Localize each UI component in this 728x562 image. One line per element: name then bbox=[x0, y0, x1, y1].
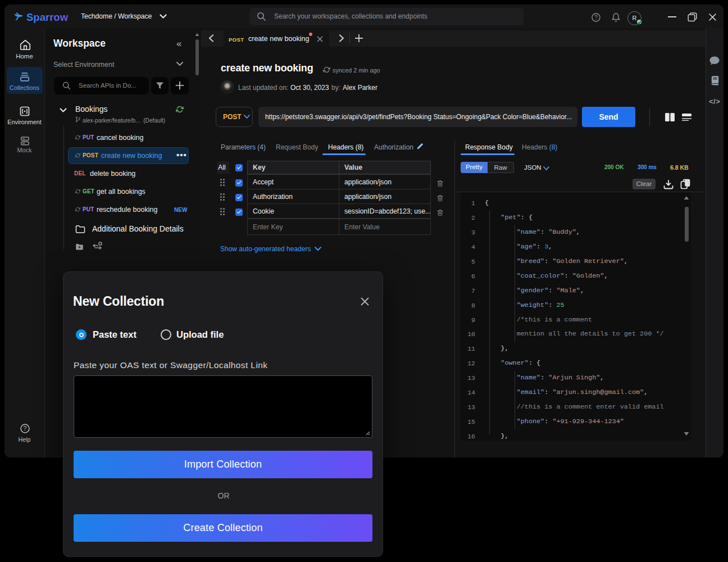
svg-text:?: ? bbox=[24, 425, 27, 432]
svg-text:?: ? bbox=[594, 15, 598, 21]
